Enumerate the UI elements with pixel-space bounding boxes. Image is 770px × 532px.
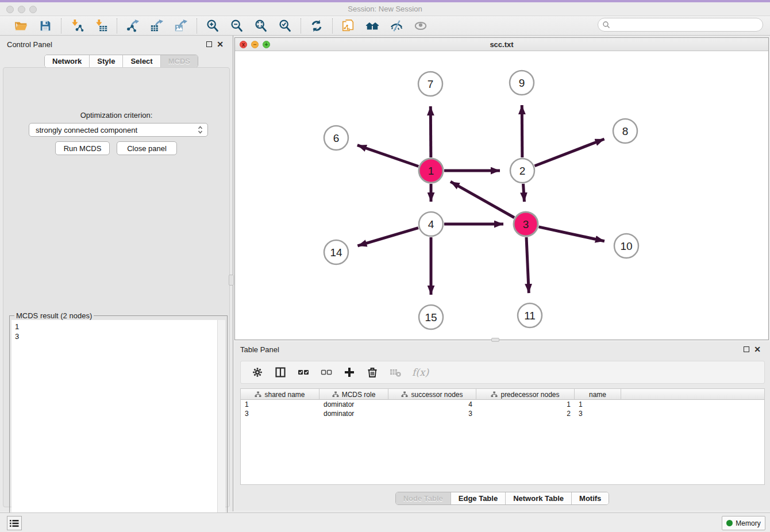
table-options-icon[interactable]: [251, 366, 264, 379]
search-input[interactable]: [610, 20, 763, 30]
tab-network[interactable]: Network: [45, 55, 89, 67]
graph-node-9[interactable]: 9: [510, 71, 534, 95]
table-row[interactable]: 1dominator411: [241, 400, 764, 409]
graph-edge-3-10[interactable]: [538, 227, 604, 241]
add-row-icon[interactable]: [343, 366, 356, 379]
graph-edge-3-11[interactable]: [526, 237, 529, 293]
float-table-panel-icon[interactable]: [744, 346, 749, 352]
graph-node-4[interactable]: 4: [419, 212, 443, 236]
zoom-in-icon[interactable]: [205, 18, 220, 33]
graph-edge-4-14[interactable]: [357, 228, 418, 246]
duplicate-network-icon[interactable]: [341, 18, 356, 33]
graph-node-7[interactable]: 7: [418, 72, 442, 96]
network-window-titlebar[interactable]: x – + scc.txt: [235, 38, 768, 51]
graph-node-1[interactable]: 1: [419, 159, 443, 183]
table-cell[interactable]: 1: [476, 400, 575, 409]
export-network-icon[interactable]: [125, 18, 140, 33]
table-cell[interactable]: 1: [241, 400, 319, 409]
table-row[interactable]: 3dominator323: [241, 409, 764, 418]
tab-style[interactable]: Style: [89, 55, 122, 67]
table-cell[interactable]: 2: [476, 409, 575, 418]
column-tree-icon: [255, 391, 261, 398]
mcds-result-item[interactable]: 3: [15, 331, 214, 341]
close-panel-button[interactable]: Close panel: [117, 141, 177, 155]
column-header-MCDS-role[interactable]: MCDS role: [319, 389, 388, 400]
mcds-result-scrollbar[interactable]: [217, 320, 225, 532]
column-header-name[interactable]: name: [575, 389, 621, 400]
graph-node-14[interactable]: 14: [324, 240, 348, 264]
status-bar: Memory: [0, 512, 770, 532]
import-network-icon[interactable]: [70, 18, 84, 33]
table-cell[interactable]: 1: [575, 400, 621, 409]
horizontal-splitter-handle[interactable]: [491, 338, 499, 342]
open-session-icon[interactable]: [14, 18, 29, 33]
graph-edge-2-3[interactable]: [523, 184, 524, 202]
table-cell[interactable]: 4: [388, 400, 476, 409]
show-column-icon[interactable]: [274, 366, 287, 379]
table-panel-title: Table Panel: [240, 345, 279, 354]
graph-node-6[interactable]: 6: [324, 126, 348, 150]
tab-edge-table[interactable]: Edge Table: [451, 492, 505, 504]
export-image-icon[interactable]: [174, 18, 188, 33]
table-cell[interactable]: 3: [388, 409, 476, 418]
zoom-selected-icon[interactable]: [278, 18, 292, 33]
zoom-fit-icon[interactable]: [253, 18, 268, 33]
memory-button[interactable]: Memory: [722, 516, 765, 530]
float-panel-icon[interactable]: [206, 41, 212, 47]
save-session-icon[interactable]: [38, 18, 53, 33]
close-table-panel-icon[interactable]: ✕: [754, 346, 761, 352]
graph-node-15[interactable]: 15: [419, 305, 443, 329]
graph-node-11[interactable]: 11: [518, 303, 542, 327]
show-all-icon[interactable]: [413, 18, 428, 33]
run-mcds-button[interactable]: Run MCDS: [55, 141, 110, 155]
network-view-window: x – + scc.txt 7968124314101511: [234, 37, 769, 340]
mcds-result-list[interactable]: 13: [11, 320, 217, 532]
refresh-icon[interactable]: [309, 18, 324, 33]
main-toolbar: [0, 16, 770, 36]
graph-node-2[interactable]: 2: [510, 159, 534, 183]
table-cell[interactable]: 3: [575, 409, 621, 418]
graph-node-label: 11: [524, 310, 536, 322]
column-header-successor-nodes[interactable]: successor nodes: [388, 389, 476, 400]
import-table-icon[interactable]: [94, 18, 109, 33]
mcds-tab-pane: Optimization criterion: strongly connect…: [3, 67, 230, 507]
column-tree-icon: [401, 391, 408, 398]
deselect-all-icon[interactable]: [320, 366, 333, 379]
window-list-button[interactable]: [7, 516, 22, 530]
select-all-icon[interactable]: [297, 366, 310, 379]
graph-edge-1-7[interactable]: [430, 106, 431, 157]
table-cell[interactable]: dominator: [319, 400, 388, 409]
network-canvas[interactable]: 7968124314101511: [235, 51, 768, 340]
list-icon: [10, 519, 19, 527]
close-panel-icon[interactable]: ✕: [217, 41, 224, 47]
criterion-dropdown[interactable]: strongly connected component: [29, 123, 208, 137]
graph-edge-3-1[interactable]: [451, 182, 514, 218]
hide-selected-icon[interactable]: [389, 18, 404, 33]
table-cell[interactable]: dominator: [319, 409, 388, 418]
tab-motifs[interactable]: Motifs: [571, 492, 609, 504]
graph-edge-1-6[interactable]: [357, 145, 418, 167]
graph-node-3[interactable]: 3: [514, 212, 538, 236]
tab-network-table[interactable]: Network Table: [505, 492, 571, 504]
vertical-splitter-handle[interactable]: [229, 275, 234, 286]
graph-node-8[interactable]: 8: [613, 119, 637, 143]
graph-edge-2-8[interactable]: [534, 139, 604, 166]
export-table-icon[interactable]: [149, 18, 164, 33]
home-icon[interactable]: [365, 18, 380, 33]
mcds-result-item[interactable]: 1: [15, 322, 214, 331]
tab-node-table[interactable]: Node Table: [396, 492, 451, 504]
zoom-out-icon[interactable]: [229, 18, 244, 33]
graph-edge-2-9[interactable]: [522, 105, 522, 157]
memory-status-dot: [726, 520, 733, 526]
table-panel-tabs: Node Table Edge Table Network Table Moti…: [395, 492, 610, 505]
tab-select[interactable]: Select: [122, 55, 160, 67]
column-header-predecessor-nodes[interactable]: predecessor nodes: [476, 389, 575, 400]
table-cell[interactable]: 3: [241, 409, 319, 418]
search-box[interactable]: [598, 18, 763, 32]
delete-row-icon[interactable]: [366, 366, 379, 379]
tab-mcds[interactable]: MCDS: [160, 55, 198, 67]
graph-node-label: 10: [620, 240, 632, 252]
app-titlebar: Session: New Session: [0, 2, 770, 16]
column-header-shared-name[interactable]: shared name: [241, 389, 319, 400]
graph-node-10[interactable]: 10: [614, 234, 638, 258]
